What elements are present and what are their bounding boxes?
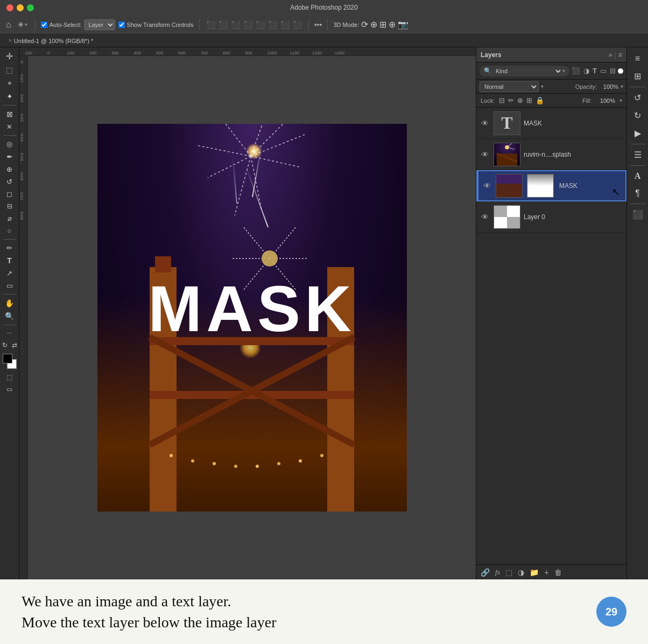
layers-panel-right[interactable]: ⬛ bbox=[630, 207, 645, 222]
close-button[interactable] bbox=[6, 4, 13, 11]
3d-icon5[interactable]: 📷 bbox=[398, 19, 408, 30]
align-bottom-icon[interactable]: ⬛ bbox=[267, 20, 278, 30]
eyedropper-icon[interactable]: ✕ bbox=[5, 121, 14, 132]
lock-all-icon[interactable]: 🔒 bbox=[536, 96, 544, 104]
document-tab[interactable]: × Untitled-1 @ 100% (RGB/8*) * bbox=[4, 36, 97, 46]
filter-kind-select[interactable]: Kind bbox=[494, 67, 562, 75]
minimize-button[interactable] bbox=[17, 4, 24, 11]
filter-smartobj-icon[interactable]: ⊟ bbox=[610, 67, 616, 75]
lock-layer-icon[interactable]: ⊞ bbox=[526, 96, 532, 104]
screen-mode-icon[interactable]: ▭ bbox=[5, 384, 14, 395]
properties-icon[interactable]: ≡ bbox=[633, 52, 642, 66]
lasso-tool-icon[interactable]: ⌖ bbox=[6, 77, 13, 89]
lock-row: Lock: ⊟ ✏ ⊕ ⊞ 🔒 Fill: 100% ▾ bbox=[476, 94, 626, 108]
layer-item-mask-text[interactable]: 👁 T MASK bbox=[476, 108, 626, 139]
3d-icon2[interactable]: ⊕ bbox=[370, 19, 377, 30]
quick-mask-icon[interactable]: ⬚ bbox=[5, 372, 14, 383]
delete-layer-icon[interactable]: 🗑 bbox=[554, 568, 562, 577]
type-icon-right[interactable]: A bbox=[632, 169, 643, 183]
fill-value[interactable]: 100% bbox=[596, 97, 615, 104]
layer-select[interactable]: Layer bbox=[84, 19, 115, 30]
visibility-toggle-mask[interactable]: 👁 bbox=[482, 181, 492, 190]
lock-pos-icon[interactable]: ✏ bbox=[508, 96, 514, 104]
sep4 bbox=[327, 19, 328, 30]
3d-icon1[interactable]: ⟳ bbox=[361, 19, 368, 30]
transform-controls-input[interactable] bbox=[118, 22, 125, 28]
mask-image-thumb bbox=[496, 174, 523, 198]
blend-mode-select[interactable]: Normal bbox=[480, 81, 539, 92]
align-center-h-icon[interactable]: ⬛ bbox=[217, 20, 229, 30]
hand-tool-icon[interactable]: ✋ bbox=[3, 297, 16, 309]
flip-icon[interactable]: ⇄ bbox=[10, 340, 19, 351]
filter-shape-icon[interactable]: ▭ bbox=[600, 67, 607, 75]
layers-menu-icon[interactable]: ≡ bbox=[618, 51, 622, 59]
foreground-color[interactable] bbox=[3, 354, 12, 363]
paragraph-icon-right[interactable]: ¶ bbox=[633, 186, 642, 200]
link-layers-icon[interactable]: 🔗 bbox=[481, 568, 490, 577]
lock-pixel-icon[interactable]: ⊟ bbox=[499, 96, 505, 104]
gradient-tool-icon[interactable]: ⊟ bbox=[5, 201, 14, 212]
auto-select-input[interactable] bbox=[41, 22, 47, 28]
filter-adjust-icon[interactable]: ◑ bbox=[583, 67, 589, 75]
zoom-tool-icon[interactable]: 🔍 bbox=[3, 310, 16, 322]
text-tool-icon[interactable]: T bbox=[5, 255, 13, 267]
layers-icon-right[interactable]: ☰ bbox=[632, 148, 644, 162]
ruler-mark: 200 bbox=[89, 51, 96, 55]
history-icon[interactable]: ↺ bbox=[632, 90, 643, 105]
fx-icon[interactable]: fx bbox=[495, 568, 500, 577]
play-icon[interactable]: ▶ bbox=[632, 126, 643, 141]
filter-type-icon[interactable]: T bbox=[593, 67, 597, 75]
rotate-icon[interactable]: ↻ bbox=[1, 340, 9, 351]
shape-tool-icon[interactable]: ▭ bbox=[5, 280, 15, 291]
layers-expand-icon[interactable]: » bbox=[609, 51, 612, 59]
visibility-toggle-image[interactable]: 👁 bbox=[480, 150, 490, 159]
add-adjustment-icon[interactable]: ◑ bbox=[518, 568, 524, 577]
move-tool-icon[interactable]: ✛ bbox=[4, 50, 15, 63]
maximize-button[interactable] bbox=[27, 4, 34, 11]
tab-title: Untitled-1 @ 100% (RGB/8*) * bbox=[14, 38, 94, 44]
stamp-tool-icon[interactable]: ⊕ bbox=[5, 164, 14, 175]
home-icon[interactable]: ⌂ bbox=[4, 18, 13, 31]
lock-artboard-icon[interactable]: ⊕ bbox=[517, 96, 523, 104]
caption-line1: We have an image and a text layer. bbox=[22, 591, 586, 612]
tab-close-icon[interactable]: × bbox=[9, 38, 12, 44]
filter-dropdown-arrow: ▾ bbox=[562, 68, 565, 74]
spot-heal-icon[interactable]: ◎ bbox=[5, 138, 14, 150]
marquee-tool-icon[interactable]: ⬚ bbox=[4, 64, 15, 76]
distribute-v-icon[interactable]: ⬛ bbox=[292, 20, 303, 30]
dropdown-arrow[interactable]: ▾ bbox=[25, 22, 27, 27]
opacity-value[interactable]: 100% bbox=[599, 83, 618, 90]
sep3 bbox=[308, 19, 309, 30]
crop-tool-icon[interactable]: ⊠ bbox=[5, 108, 15, 120]
new-layer-icon[interactable]: + bbox=[544, 568, 548, 577]
layer-item-layer0[interactable]: 👁 Layer 0 bbox=[476, 201, 626, 233]
layer-item-image[interactable]: 👁 bbox=[476, 139, 626, 170]
layer-item-mask[interactable]: 👁 MASK ↖ bbox=[476, 170, 626, 201]
pen-tool-icon[interactable]: ✏ bbox=[5, 242, 14, 254]
transform-controls-checkbox[interactable]: Show Transform Controls bbox=[118, 22, 194, 28]
visibility-toggle-layer0[interactable]: 👁 bbox=[480, 213, 490, 221]
add-group-icon[interactable]: 📁 bbox=[530, 568, 539, 577]
path-select-icon[interactable]: ↗ bbox=[5, 268, 14, 279]
3d-icon4[interactable]: ⊕ bbox=[389, 19, 396, 30]
blur-tool-icon[interactable]: ⌀ bbox=[6, 213, 13, 224]
visibility-toggle-mask-text[interactable]: 👁 bbox=[480, 119, 490, 128]
dodge-tool-icon[interactable]: ○ bbox=[6, 225, 13, 236]
add-mask-icon[interactable]: ⬚ bbox=[505, 568, 512, 577]
3d-icon3[interactable]: ⊞ bbox=[379, 19, 386, 30]
eraser-tool-icon[interactable]: ◻ bbox=[5, 188, 14, 200]
extra-tools-icon[interactable]: ··· bbox=[5, 328, 13, 338]
auto-select-checkbox[interactable]: Auto-Select: Layer bbox=[41, 19, 115, 30]
brush-tool-icon[interactable]: ✒ bbox=[5, 151, 15, 163]
adjustments-icon[interactable]: ↻ bbox=[632, 108, 643, 123]
align-right-icon[interactable]: ⬛ bbox=[230, 20, 241, 30]
magic-wand-icon[interactable]: ✦ bbox=[5, 90, 15, 102]
filter-pixel-icon[interactable]: ⬛ bbox=[572, 67, 580, 75]
align-center-v-icon[interactable]: ⬛ bbox=[255, 20, 266, 30]
distribute-h-icon[interactable]: ⬛ bbox=[279, 20, 291, 30]
more-options-button[interactable]: ••• bbox=[314, 20, 322, 29]
history-brush-icon[interactable]: ↺ bbox=[5, 176, 14, 187]
align-left-icon[interactable]: ⬛ bbox=[205, 20, 216, 30]
libraries-icon[interactable]: ⊞ bbox=[632, 69, 643, 83]
align-top-icon[interactable]: ⬛ bbox=[242, 20, 253, 30]
